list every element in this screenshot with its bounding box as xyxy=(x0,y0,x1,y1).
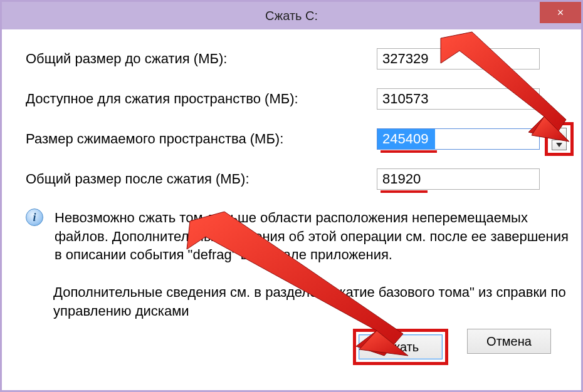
window-title: Сжать C: xyxy=(265,9,318,23)
row-available: Доступное для сжатия пространство (МБ): … xyxy=(26,88,569,110)
spinner-down-button[interactable] xyxy=(552,140,567,150)
close-icon: × xyxy=(557,6,564,19)
info-icon: i xyxy=(26,209,43,226)
annotation-underline-shrink xyxy=(381,150,437,153)
titlebar: Сжать C: × xyxy=(2,2,581,29)
input-shrink-amount[interactable]: 245409 xyxy=(377,128,540,150)
button-row: Сжать Отмена xyxy=(26,329,569,378)
dialog-window: Сжать C: × Общий размер до сжатия (МБ): … xyxy=(0,0,583,392)
annotation-button-highlight: Сжать xyxy=(353,329,448,365)
info-text-2: Дополнительные сведения см. в разделе "С… xyxy=(53,283,569,320)
label-shrink-amount: Размер сжимаемого пространства (МБ): xyxy=(26,131,377,147)
row-total-before: Общий размер до сжатия (МБ): 327329 xyxy=(26,48,569,70)
field-wrap-total-after: 81920 xyxy=(377,168,540,190)
annotation-spinner-highlight xyxy=(545,122,574,156)
cancel-button-label: Отмена xyxy=(486,334,532,349)
annotation-underline-after xyxy=(381,190,428,193)
cancel-button[interactable]: Отмена xyxy=(467,329,551,354)
dialog-content: Общий размер до сжатия (МБ): 327329 Дост… xyxy=(2,29,581,378)
chevron-down-icon xyxy=(556,143,562,147)
shrink-button[interactable]: Сжать xyxy=(359,334,443,359)
row-shrink-amount: Размер сжимаемого пространства (МБ): 245… xyxy=(26,128,569,150)
field-wrap-shrink-amount: 245409 xyxy=(377,128,540,150)
label-available: Доступное для сжатия пространство (МБ): xyxy=(26,91,377,107)
spinner-up-button[interactable] xyxy=(552,128,567,138)
close-button[interactable]: × xyxy=(540,2,581,23)
value-total-before: 327329 xyxy=(377,48,540,70)
svg-marker-1 xyxy=(556,143,562,147)
svg-marker-0 xyxy=(556,131,562,135)
label-total-before: Общий размер до сжатия (МБ): xyxy=(26,51,377,67)
value-available: 310573 xyxy=(377,88,540,110)
field-wrap-available: 310573 xyxy=(377,88,540,110)
value-total-after: 81920 xyxy=(377,168,540,190)
label-total-after: Общий размер после сжатия (МБ): xyxy=(26,171,377,187)
info-block: i Невозможно сжать том дальше области ра… xyxy=(26,209,569,264)
field-wrap-total-before: 327329 xyxy=(377,48,540,70)
shrink-button-label: Сжать xyxy=(382,340,419,354)
row-total-after: Общий размер после сжатия (МБ): 81920 xyxy=(26,168,569,190)
chevron-up-icon xyxy=(556,131,562,135)
info-text-1: Невозможно сжать том дальше области расп… xyxy=(55,209,569,264)
